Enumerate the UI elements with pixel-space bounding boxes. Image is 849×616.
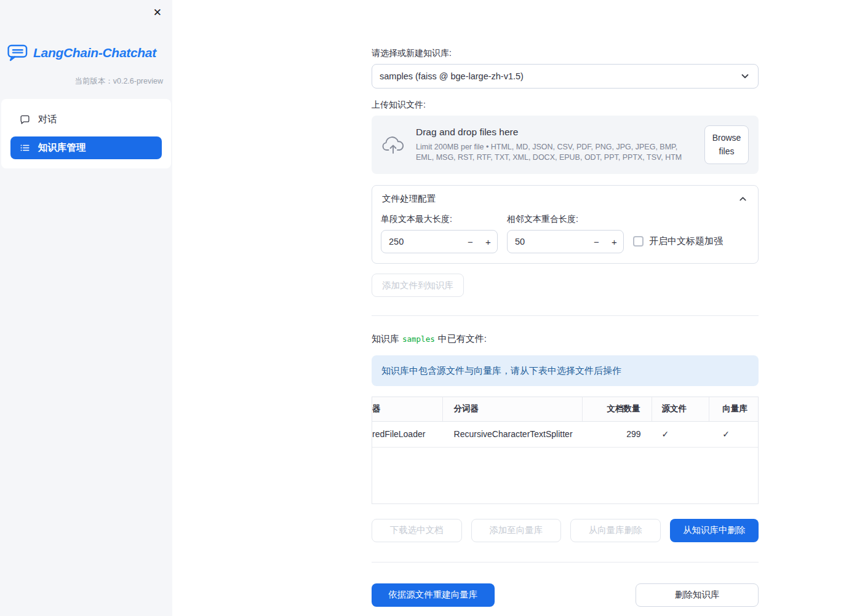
delete-kb-button[interactable]: 删除知识库 — [636, 583, 759, 607]
max-length-increment-button[interactable]: + — [479, 237, 497, 247]
upload-label: 上传知识文件: — [372, 98, 759, 111]
download-selected-button[interactable]: 下载选中文档 — [372, 519, 462, 542]
add-files-to-kb-button[interactable]: 添加文件到知识库 — [372, 274, 464, 297]
sidebar-menu: 对话 知识库管理 — [1, 99, 171, 168]
main-content: 请选择或新建知识库: samples (faiss @ bge-large-zh… — [172, 0, 849, 616]
source-check-cell: ✓ — [652, 422, 710, 447]
max-length-input[interactable]: 250 − + — [381, 230, 498, 253]
expander-header[interactable]: 文件处理配置 — [372, 186, 758, 211]
drag-drop-text: Drag and drop files here — [416, 127, 693, 138]
doc-count-cell: 299 — [583, 422, 652, 447]
overlap-length-input[interactable]: 50 − + — [507, 230, 624, 253]
overlap-decrement-button[interactable]: − — [588, 237, 605, 247]
divider — [372, 562, 759, 563]
kb-selected-value: samples (faiss @ bge-large-zh-v1.5) — [380, 71, 524, 81]
version-label: 当前版本：v0.2.6-preview — [0, 61, 172, 87]
close-icon: ✕ — [153, 7, 162, 18]
empty-column — [504, 583, 627, 607]
kb-select-label: 请选择或新建知识库: — [372, 47, 759, 59]
chat-bubble-icon — [20, 114, 30, 125]
splitter-cell: RecursiveCharacterTextSplitter — [443, 422, 583, 447]
bottom-action-row: 依据源文件重建向量库 删除知识库 — [372, 583, 759, 607]
sidebar-close-button[interactable]: ✕ — [151, 5, 164, 20]
table-row[interactable]: redFileLoader RecursiveCharacterTextSpli… — [372, 422, 758, 448]
table-header-row: 器 分词器 文档数量 源文件 向量库 — [372, 397, 758, 422]
menu-item-label: 对话 — [38, 113, 57, 126]
checkbox-label: 开启中文标题加强 — [649, 235, 723, 247]
cloud-upload-icon — [381, 136, 405, 154]
upload-limit-text: Limit 200MB per file • HTML, MD, JSON, C… — [416, 142, 693, 163]
vector-check-cell: ✓ — [709, 422, 758, 447]
sidebar-item-dialogue[interactable]: 对话 — [10, 108, 162, 131]
chevron-up-icon — [738, 194, 748, 204]
expander-title: 文件处理配置 — [382, 193, 436, 205]
checkbox-unchecked-icon — [633, 236, 644, 247]
info-banner: 知识库中包含源文件与向量库，请从下表中选择文件后操作 — [372, 355, 759, 386]
vector-store-column-header[interactable]: 向量库 — [709, 397, 758, 421]
max-length-label: 单段文本最大长度: — [381, 213, 498, 225]
sidebar: ✕ LangChain-Chatchat 当前版本：v0.2.6-preview… — [0, 0, 172, 616]
max-length-group: 单段文本最大长度: 250 − + — [381, 213, 498, 253]
sidebar-item-knowledge-base[interactable]: 知识库管理 — [10, 136, 162, 159]
loader-column-header[interactable]: 器 — [372, 397, 443, 421]
overlap-length-group: 相邻文本重合长度: 50 − + — [507, 213, 624, 253]
app-logo: LangChain-Chatchat — [0, 0, 172, 61]
loader-cell: redFileLoader — [372, 422, 443, 447]
logo-text: LangChain-Chatchat — [33, 45, 156, 60]
files-table[interactable]: 器 分词器 文档数量 源文件 向量库 redFileLoader Recursi… — [372, 397, 759, 504]
rebuild-vector-store-button[interactable]: 依据源文件重建向量库 — [372, 583, 495, 607]
zh-title-enhance-checkbox[interactable]: 开启中文标题加强 — [633, 235, 723, 247]
overlap-increment-button[interactable]: + — [605, 237, 623, 247]
delete-from-vector-store-button[interactable]: 从向量库删除 — [570, 519, 661, 542]
kb-selectbox[interactable]: samples (faiss @ bge-large-zh-v1.5) — [372, 64, 759, 89]
menu-item-label: 知识库管理 — [38, 141, 86, 154]
divider — [372, 315, 759, 316]
existing-files-line: 知识库samples中已有文件: — [372, 333, 759, 345]
max-length-value: 250 — [389, 237, 461, 247]
delete-from-kb-button[interactable]: 从知识库中删除 — [670, 519, 759, 542]
file-uploader-dropzone[interactable]: Drag and drop files here Limit 200MB per… — [372, 116, 759, 174]
uploader-text-block: Drag and drop files here Limit 200MB per… — [416, 127, 693, 163]
files-line-suffix: 中已有文件: — [438, 333, 487, 344]
overlap-length-value: 50 — [515, 237, 588, 247]
expander-body: 单段文本最大长度: 250 − + 相邻文本重合长度: 50 − + — [372, 211, 758, 263]
max-length-decrement-button[interactable]: − — [461, 237, 479, 247]
browse-files-button[interactable]: Browse files — [704, 125, 749, 164]
chevron-down-icon — [739, 71, 751, 82]
table-action-buttons: 下载选中文档 添加至向量库 从向量库删除 从知识库中删除 — [372, 519, 759, 542]
source-file-column-header[interactable]: 源文件 — [652, 397, 710, 421]
doc-count-column-header[interactable]: 文档数量 — [583, 397, 652, 421]
files-line-prefix: 知识库 — [372, 333, 399, 344]
file-config-expander: 文件处理配置 单段文本最大长度: 250 − + 相邻文本重合长度: — [372, 185, 759, 264]
kb-name-code: samples — [402, 334, 435, 344]
chat-logo-icon — [7, 44, 28, 61]
overlap-length-label: 相邻文本重合长度: — [507, 213, 624, 225]
list-icon — [20, 143, 30, 153]
add-to-vector-store-button[interactable]: 添加至向量库 — [471, 519, 562, 542]
splitter-column-header[interactable]: 分词器 — [443, 397, 583, 421]
